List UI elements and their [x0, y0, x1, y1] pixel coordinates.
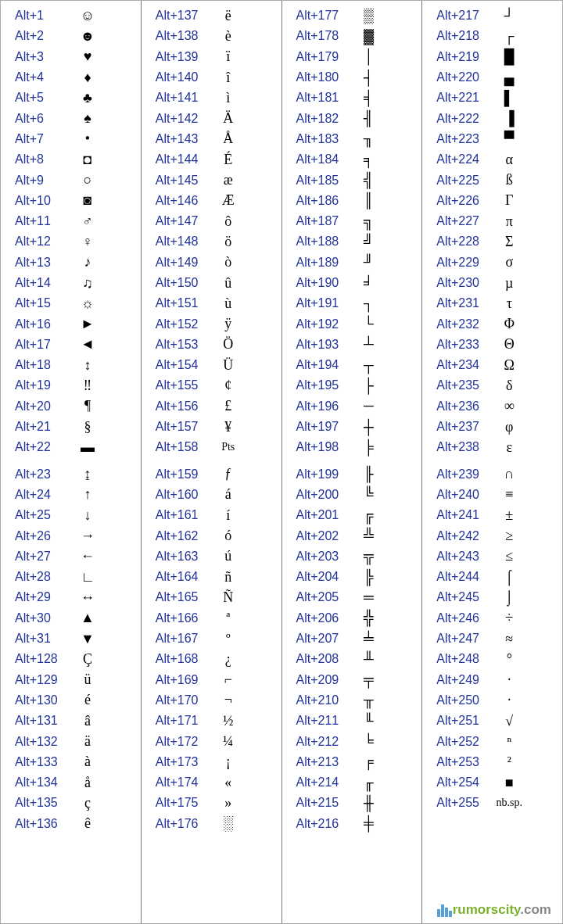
alt-code-label: Alt+149 [156, 256, 209, 270]
alt-code-row: Alt+238ε [422, 437, 562, 457]
alt-code-label: Alt+143 [156, 132, 209, 146]
alt-code-label: Alt+25 [15, 508, 68, 522]
alt-code-label: Alt+210 [296, 693, 350, 707]
alt-code-row: Alt+211╙ [282, 711, 422, 731]
alt-code-label: Alt+227 [436, 214, 489, 228]
alt-code-symbol: £ [209, 398, 248, 414]
alt-code-label: Alt+200 [296, 488, 350, 502]
alt-code-label: Alt+166 [156, 611, 209, 625]
alt-code-label: Alt+144 [156, 152, 209, 167]
alt-code-label: Alt+1 [15, 9, 68, 23]
alt-code-symbol: ▲ [68, 610, 107, 626]
alt-code-label: Alt+241 [436, 508, 489, 522]
alt-code-label: Alt+249 [436, 673, 489, 687]
alt-code-row: Alt+4♦ [1, 67, 141, 88]
alt-code-row: Alt+219█ [422, 47, 562, 67]
alt-code-symbol: ╕ [350, 152, 389, 168]
alt-code-row: Alt+168¿ [142, 649, 282, 669]
alt-code-row: Alt+135ç [1, 793, 141, 813]
alt-code-symbol: ╓ [350, 775, 389, 791]
alt-code-symbol: ╚ [350, 486, 389, 503]
alt-code-symbol: σ [489, 254, 529, 270]
alt-code-symbol: ß [489, 172, 529, 188]
alt-code-symbol: α [489, 152, 529, 168]
alt-code-row: Alt+141ì [142, 88, 282, 108]
alt-code-label: Alt+165 [156, 590, 209, 604]
alt-code-label: Alt+248 [436, 652, 489, 666]
alt-code-label: Alt+235 [436, 378, 489, 392]
alt-code-row: Alt+236∞ [422, 396, 562, 417]
alt-code-label: Alt+158 [156, 440, 209, 454]
alt-code-symbol: ⌡ [489, 589, 529, 606]
alt-code-label: Alt+246 [436, 611, 489, 625]
alt-code-symbol: ┼ [350, 419, 389, 435]
alt-code-row: Alt+146Æ [142, 191, 282, 211]
alt-code-label: Alt+242 [436, 529, 489, 543]
alt-code-label: Alt+228 [436, 235, 489, 249]
alt-code-symbol: ↓ [68, 507, 107, 524]
alt-code-symbol: ó [209, 528, 248, 544]
alt-code-symbol: î [209, 70, 248, 86]
alt-code-label: Alt+178 [296, 29, 350, 43]
alt-code-row: Alt+173¡ [142, 752, 282, 772]
alt-code-row: Alt+166ª [142, 608, 282, 629]
alt-code-row: Alt+184╕ [282, 149, 422, 170]
alt-code-row: Alt+25↓ [1, 505, 141, 525]
alt-code-row: Alt+132ä [1, 731, 141, 751]
alt-code-symbol: ▼ [68, 631, 107, 647]
alt-code-label: Alt+174 [156, 775, 209, 790]
alt-code-row: Alt+224α [422, 149, 562, 170]
watermark-suffix: .com [520, 902, 551, 917]
alt-code-symbol: ╫ [350, 795, 389, 811]
alt-code-symbol: ◄ [68, 336, 107, 353]
alt-code-symbol: ─ [350, 398, 389, 414]
alt-code-symbol: ╗ [350, 213, 389, 230]
alt-code-label: Alt+194 [296, 358, 350, 372]
alt-code-label: Alt+240 [436, 488, 489, 502]
alt-code-symbol: º [209, 631, 248, 647]
alt-code-label: Alt+233 [436, 338, 489, 352]
alt-code-row: Alt+128Ç [1, 649, 141, 669]
alt-code-row: Alt+232Φ [422, 313, 562, 334]
alt-code-label: Alt+250 [436, 693, 489, 707]
alt-code-symbol: ╜ [350, 254, 389, 270]
alt-code-label: Alt+139 [156, 50, 209, 64]
alt-code-label: Alt+184 [296, 152, 350, 167]
alt-code-symbol: ╙ [350, 713, 389, 729]
alt-code-label: Alt+11 [15, 214, 68, 228]
alt-code-symbol: ë [209, 8, 248, 24]
alt-code-symbol: ∞ [489, 398, 529, 414]
alt-code-row: Alt+227π [422, 211, 562, 231]
alt-code-row: Alt+255nb.sp. [422, 793, 562, 813]
alt-code-label: Alt+148 [156, 235, 209, 249]
alt-code-row: Alt+169⌐ [142, 670, 282, 690]
alt-code-row: Alt+235δ [422, 375, 562, 396]
alt-code-label: Alt+185 [296, 174, 350, 188]
alt-code-row: Alt+186║ [282, 191, 422, 211]
alt-code-row: Alt+206╬ [282, 608, 422, 629]
alt-code-row: Alt+215╫ [282, 793, 422, 813]
alt-code-row: Alt+138è [142, 26, 282, 46]
alt-code-symbol: √ [489, 713, 529, 729]
watermark: rumorscity.com [437, 902, 551, 919]
alt-code-symbol: ↔ [68, 589, 107, 606]
alt-code-symbol: µ [489, 275, 529, 292]
alt-code-symbol: ╬ [350, 610, 389, 626]
alt-code-row: Alt+240≡ [422, 485, 562, 505]
alt-code-symbol: ◘ [68, 152, 107, 168]
alt-code-label: Alt+189 [296, 256, 350, 270]
alt-code-label: Alt+208 [296, 652, 350, 666]
alt-code-row: Alt+182╢ [282, 108, 422, 128]
alt-code-row: Alt+133à [1, 752, 141, 772]
alt-code-label: Alt+203 [296, 550, 350, 564]
alt-code-symbol: ¥ [209, 419, 248, 435]
alt-code-symbol: ╝ [350, 234, 389, 250]
alt-code-label: Alt+132 [15, 735, 68, 749]
alt-code-label: Alt+17 [15, 338, 68, 352]
alt-code-symbol: Ü [209, 357, 248, 374]
alt-code-symbol: ∩ [489, 466, 529, 482]
alt-code-row: Alt+181╡ [282, 88, 422, 108]
alt-code-label: Alt+128 [15, 652, 68, 666]
alt-code-row: Alt+157¥ [142, 417, 282, 437]
alt-code-label: Alt+151 [156, 296, 209, 310]
